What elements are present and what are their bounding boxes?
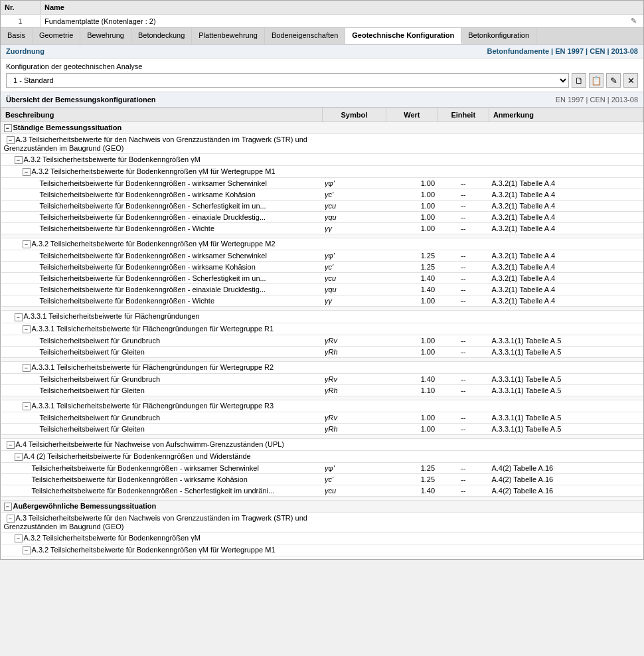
desc-text: Teilsicherheitsbeiwerte für Bodenkenngrö… <box>40 274 266 282</box>
sub-header-row: −A.3.3.1 Teilsicherheitsbeiwerte für Flä… <box>1 311 643 323</box>
desc-text: Teilsicherheitsbeiwerte für Bodenkenngrö… <box>40 191 256 199</box>
desc-text: Teilsicherheitsbeiwert für Gleiten <box>40 425 145 433</box>
sub-header-row: −A.3.2 Teilsicherheitsbeiwerte für Boden… <box>1 238 643 250</box>
sym-cell <box>322 361 386 373</box>
row-name-text: Fundamentplatte (Knotenlager : 2) <box>44 17 156 25</box>
toggle-icon[interactable]: − <box>23 364 31 372</box>
unit-cell <box>438 513 489 533</box>
leaf-row: Teilsicherheitsbeiwert für GrundbruchγRv… <box>1 412 643 423</box>
desc-text: Teilsicherheitsbeiwerte für Bodenkenngrö… <box>40 263 256 271</box>
sym-cell: γγ <box>322 295 386 307</box>
unit-cell <box>438 361 489 373</box>
unit-cell: -- <box>438 485 489 497</box>
val-cell: 1.00 <box>386 178 438 189</box>
tabs-bar: Basis Geometrie Bewehrung Betondeckung P… <box>1 28 643 44</box>
tab-geotechnische-konfiguration[interactable]: Geotechnische Konfiguration <box>345 28 461 44</box>
sub-header-row: −A.3.2 Teilsicherheitsbeiwerte für Boden… <box>1 166 643 178</box>
col-einheit: Einheit <box>438 108 489 122</box>
table-container[interactable]: Beschreibung Symbol Wert Einheit Anmerku… <box>1 108 643 559</box>
desc-text: Teilsicherheitsbeiwerte für Bodenkenngrö… <box>40 202 266 210</box>
config-btn-copy[interactable]: 📋 <box>589 73 604 88</box>
sym-cell: γcu <box>322 273 386 284</box>
desc-cell: Teilsicherheitsbeiwerte für Bodenkenngrö… <box>1 212 323 223</box>
leaf-row: Teilsicherheitsbeiwerte für Bodenkenngrö… <box>1 223 643 234</box>
leaf-row: Teilsicherheitsbeiwerte für Bodenkenngrö… <box>1 212 643 223</box>
config-select[interactable]: 1 - Standard <box>6 73 569 88</box>
val-cell: 1.00 <box>386 201 438 212</box>
desc-text: Teilsicherheitsbeiwert für Gleiten <box>40 348 145 356</box>
desc-cell: Teilsicherheitsbeiwert für Grundbruch <box>1 373 323 384</box>
tab-betonkonfiguration[interactable]: Betonkonfiguration <box>461 28 536 44</box>
unit-cell: -- <box>438 273 489 284</box>
toggle-icon[interactable]: − <box>23 402 31 410</box>
toggle-icon[interactable]: − <box>15 156 23 164</box>
info-bar: Zuordnung Betonfundamente | EN 1997 | CE… <box>1 44 643 58</box>
desc-text: A.3.3.1 Teilsicherheitsbeiwerte für Fläc… <box>32 363 274 371</box>
note-cell: A.4(2) Tabelle A.16 <box>489 463 643 474</box>
desc-cell: Teilsicherheitsbeiwert für Gleiten <box>1 423 323 434</box>
desc-cell: −A.3.3.1 Teilsicherheitsbeiwerte für Flä… <box>1 400 323 412</box>
toggle-icon[interactable]: − <box>4 124 12 132</box>
toggle-icon[interactable]: − <box>7 515 15 523</box>
desc-cell: Teilsicherheitsbeiwerte für Bodenkenngrö… <box>1 485 323 497</box>
sym-cell <box>322 400 386 412</box>
config-btn-delete[interactable]: ✕ <box>623 73 638 88</box>
toggle-icon[interactable]: − <box>23 240 31 248</box>
unit-cell <box>438 154 489 166</box>
desc-cell: Teilsicherheitsbeiwert für Grundbruch <box>1 335 323 346</box>
desc-cell: −A.3.2 Teilsicherheitsbeiwerte für Boden… <box>1 154 323 166</box>
sym-cell: γRv <box>322 335 386 346</box>
zuordnung-label: Zuordnung <box>6 47 44 55</box>
desc-cell: Teilsicherheitsbeiwerte für Bodenkenngrö… <box>1 474 323 485</box>
desc-text: A.3 Teilsicherheitsbeiwerte für den Nach… <box>4 135 307 152</box>
sym-cell: γc' <box>322 474 386 485</box>
config-btn-new[interactable]: 🗋 <box>572 73 586 88</box>
leaf-row: Teilsicherheitsbeiwert für GrundbruchγRv… <box>1 335 643 346</box>
desc-text: Teilsicherheitsbeiwerte für Bodenkenngrö… <box>40 286 266 293</box>
unit-cell: -- <box>438 250 489 262</box>
tab-plattenbewehrung[interactable]: Plattenbewehrung <box>192 28 265 44</box>
tab-bodeneigenschaften[interactable]: Bodeneigenschaften <box>265 28 345 44</box>
tab-bewehrung[interactable]: Bewehrung <box>80 28 131 44</box>
tab-betondeckung[interactable]: Betondeckung <box>131 28 192 44</box>
sym-cell: γRv <box>322 412 386 423</box>
note-cell: A.3.2(1) Tabelle A.4 <box>489 212 643 223</box>
val-cell: 1.25 <box>386 262 438 273</box>
toggle-icon[interactable]: − <box>4 503 12 511</box>
val-cell: 1.00 <box>386 423 438 434</box>
desc-text: A.3.2 Teilsicherheitsbeiwerte für Bodenk… <box>32 167 276 175</box>
tab-basis[interactable]: Basis <box>1 28 33 44</box>
toggle-icon[interactable]: − <box>23 546 31 554</box>
sym-cell: γRh <box>322 346 386 357</box>
leaf-row: Teilsicherheitsbeiwert für GleitenγRh1.1… <box>1 384 643 396</box>
desc-text: A.4 Teilsicherheitsbeiwerte für Nachweis… <box>16 440 285 448</box>
sub-header-row: −A.3.2 Teilsicherheitsbeiwerte für Boden… <box>1 533 643 544</box>
unit-cell <box>438 122 489 134</box>
tab-geometrie[interactable]: Geometrie <box>33 28 80 44</box>
val-cell <box>386 311 438 323</box>
leaf-row: Teilsicherheitsbeiwerte für Bodenkenngrö… <box>1 485 643 497</box>
val-cell: 1.00 <box>386 335 438 346</box>
desc-cell: −A.4 (2) Teilsicherheitsbeiwerte für Bod… <box>1 450 323 462</box>
edit-button[interactable]: ✎ <box>623 15 643 27</box>
desc-text: Ständige Bemessungssituation <box>13 123 122 131</box>
toggle-icon[interactable]: − <box>23 168 31 176</box>
toggle-icon[interactable]: − <box>7 441 15 449</box>
val-cell <box>386 438 438 450</box>
note-cell <box>489 513 643 533</box>
toggle-icon[interactable]: − <box>23 325 31 333</box>
sym-cell <box>322 438 386 450</box>
config-btn-edit[interactable]: ✎ <box>606 73 621 88</box>
toggle-icon[interactable]: − <box>7 136 15 144</box>
note-cell <box>489 134 643 154</box>
toggle-icon[interactable]: − <box>15 313 23 321</box>
sym-cell: γφ' <box>322 178 386 189</box>
desc-text: Teilsicherheitsbeiwerte für Bodenkenngrö… <box>40 297 215 305</box>
toggle-icon[interactable]: − <box>15 534 23 542</box>
leaf-row: Teilsicherheitsbeiwerte für Bodenkenngrö… <box>1 250 643 262</box>
desc-text: A.3.2 Teilsicherheitsbeiwerte für Bodenk… <box>32 240 276 248</box>
desc-text: Teilsicherheitsbeiwert für Grundbruch <box>40 337 161 345</box>
toggle-icon[interactable]: − <box>15 453 23 461</box>
sym-cell <box>322 154 386 166</box>
val-cell: 1.00 <box>386 346 438 357</box>
